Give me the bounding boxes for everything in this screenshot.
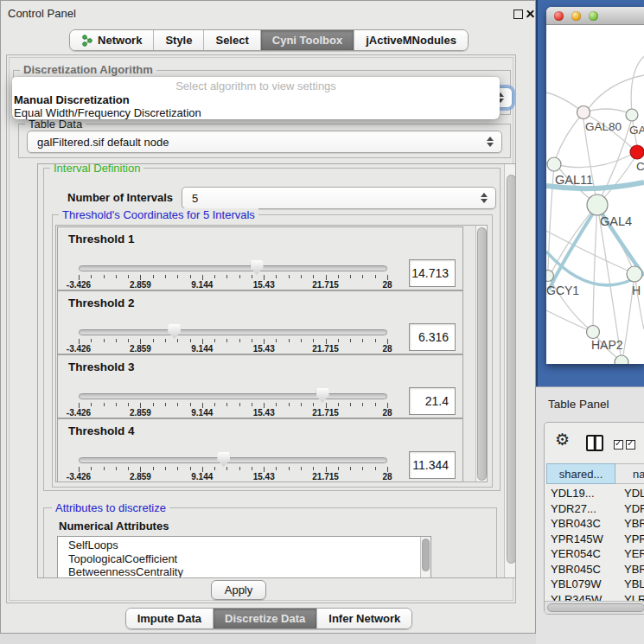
threshold-1-slider[interactable]: -3.4262.8599.14415.4321.71528: [58, 257, 464, 290]
network-edge: [634, 274, 644, 329]
table-row[interactable]: YER054CYER0: [546, 546, 644, 562]
slider-track[interactable]: [79, 457, 387, 463]
settings-scrollbar[interactable]: [504, 164, 516, 578]
tick-label: -3.426: [67, 280, 91, 290]
table-cell: YBR043C: [551, 517, 601, 530]
dropdown-placeholder-option[interactable]: Select algorithm to view settings: [12, 80, 500, 92]
list-item[interactable]: BetweennessCentrality: [58, 565, 430, 578]
network-node-h[interactable]: [627, 266, 642, 282]
network-window-titlebar[interactable]: [546, 7, 644, 25]
minor-tick: [301, 275, 302, 278]
tick-label: 28: [382, 280, 392, 290]
slider-track[interactable]: [79, 329, 387, 335]
network-edge: [546, 310, 587, 329]
slider-track[interactable]: [79, 265, 387, 271]
table-horizontal-scrollbar[interactable]: [545, 601, 644, 614]
threshold-3-value-field[interactable]: 21.4: [409, 387, 456, 415]
minor-tick: [362, 467, 363, 470]
table-cell: YBL0: [624, 577, 644, 590]
table-cell: YPR1: [624, 532, 644, 545]
threshold-1-value-field[interactable]: 14.713: [409, 259, 456, 287]
minor-tick: [375, 275, 376, 278]
column-layout-icon[interactable]: [586, 435, 603, 451]
algorithm-dropdown-popup: Select algorithm to view settings Manual…: [12, 77, 500, 119]
minor-tick: [350, 403, 351, 406]
checkbox-icon[interactable]: ✓: [626, 440, 635, 450]
column-header-shared-name[interactable]: shared...: [546, 463, 615, 484]
network-node-gal11[interactable]: [547, 157, 561, 171]
node-table-box: ⚙ ✓ ✓ shared... na YDL19...YDL1YDR27...Y…: [544, 422, 644, 615]
network-node-c[interactable]: [630, 145, 644, 159]
minor-tick: [165, 275, 166, 278]
table-row[interactable]: YBR043CYBR0: [546, 516, 644, 532]
minor-tick: [252, 339, 252, 342]
column-header-name[interactable]: na: [615, 463, 644, 484]
tab-jactivemnodules[interactable]: jActiveMNodules: [354, 30, 468, 50]
network-node-gcy1[interactable]: [546, 271, 554, 282]
slider-handle[interactable]: [316, 388, 329, 403]
tab-style[interactable]: Style: [154, 30, 204, 50]
table-row[interactable]: YBR045CYBR0: [546, 562, 644, 577]
slider-handle[interactable]: [217, 452, 230, 467]
dropdown-option-manual-discretization[interactable]: Manual Discretization: [14, 93, 130, 106]
zoom-traffic-light[interactable]: [589, 11, 598, 21]
threshold-4-slider[interactable]: -3.4262.8599.14415.4321.71528: [58, 449, 464, 481]
float-window-icon[interactable]: [513, 10, 523, 19]
tick-label: 2.859: [130, 280, 151, 290]
table-data-combobox[interactable]: galFiltered.sif default node: [27, 131, 502, 153]
network-node-ga[interactable]: [626, 109, 638, 121]
slider-handle[interactable]: [251, 260, 264, 275]
close-traffic-light[interactable]: [554, 11, 564, 21]
minor-tick: [104, 339, 105, 342]
minor-tick: [177, 275, 178, 278]
threshold-4-value-field[interactable]: 11.344: [409, 451, 456, 479]
dropdown-option-equal-width[interactable]: Equal Width/Frequency Discretization: [14, 106, 201, 119]
close-icon[interactable]: [526, 9, 535, 18]
network-node-gal4[interactable]: [587, 194, 608, 215]
tab-select[interactable]: Select: [204, 30, 260, 50]
bottom-tabbar: Impute DataDiscretize DataInfer Network: [1, 608, 537, 629]
tick-label: 15.43: [253, 472, 275, 481]
tick-label: -3.426: [67, 344, 91, 354]
table-cell: YDR27...: [551, 502, 596, 515]
list-item[interactable]: SelfLoops: [58, 539, 430, 552]
table-row[interactable]: YDL19...YDL1: [546, 486, 644, 501]
minor-tick: [338, 339, 339, 342]
attributes-list-scrollbar[interactable]: [420, 537, 430, 578]
apply-button[interactable]: Apply: [211, 580, 266, 600]
slider-handle[interactable]: [168, 324, 181, 339]
threshold-2-value-field[interactable]: 6.316: [409, 323, 456, 351]
list-item[interactable]: TopologicalCoefficient: [58, 552, 430, 566]
threshold-3-slider[interactable]: -3.4262.8599.14415.4321.71528: [58, 385, 464, 418]
table-row[interactable]: YBL079WYBL0: [546, 577, 644, 592]
tab-network[interactable]: Network: [70, 30, 154, 50]
numerical-attributes-list[interactable]: SelfLoopsTopologicalCoefficientBetweenne…: [57, 536, 431, 578]
table-row[interactable]: YPR145WYPR1: [546, 532, 644, 547]
network-node[interactable]: [615, 355, 628, 364]
tick-label: 21.715: [312, 344, 339, 354]
network-node-hap2[interactable]: [587, 326, 600, 339]
network-node-label: H: [632, 284, 641, 297]
minor-tick: [362, 403, 363, 406]
thresholds-scrollbar[interactable]: [475, 226, 488, 482]
tab-impute-data[interactable]: Impute Data: [126, 609, 214, 628]
tab-discretize-data[interactable]: Discretize Data: [214, 609, 317, 628]
tick-label: 15.43: [253, 280, 275, 290]
network-canvas[interactable]: GAL80GACGAL11GAL4GCY1HHAP2: [546, 25, 644, 364]
network-node-label: GAL80: [585, 120, 622, 133]
minor-tick: [252, 403, 252, 406]
slider-track[interactable]: [79, 393, 387, 399]
tab-infer-network[interactable]: Infer Network: [317, 609, 411, 628]
table-row[interactable]: YDR27...YDR2: [546, 501, 644, 517]
table-cell: YER054C: [551, 547, 601, 560]
tab-cyni-toolbox[interactable]: Cyni Toolbox: [261, 30, 354, 50]
threshold-2-slider[interactable]: -3.4262.8599.14415.4321.71528: [58, 321, 464, 354]
gear-icon[interactable]: ⚙: [555, 430, 570, 449]
minor-tick: [239, 403, 240, 406]
checkbox-icon[interactable]: ✓: [614, 440, 623, 450]
number-of-intervals-combobox[interactable]: 5: [182, 187, 496, 209]
minor-tick: [116, 403, 117, 406]
network-node-gal80[interactable]: [577, 106, 590, 119]
network-node-label: GCY1: [546, 284, 579, 297]
minimize-traffic-light[interactable]: [571, 11, 581, 21]
